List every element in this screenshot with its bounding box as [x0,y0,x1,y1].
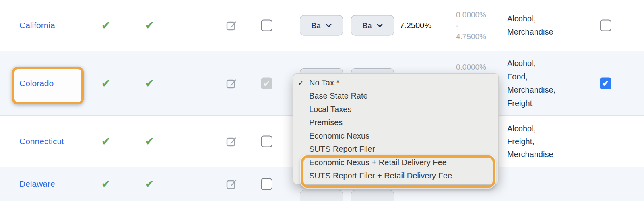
check-icon: ✔ [99,178,113,191]
tax-categories: Alcohol, Freight, Merchandise [507,122,553,161]
row-checkbox[interactable] [261,178,272,190]
category-line: Merchandise [507,148,553,161]
check-icon: ✔ [142,135,156,148]
check-icon: ✔ [99,77,113,90]
category-line: Food, [507,70,555,83]
menu-item-label: Economic Nexus [309,131,369,140]
check-icon: ✔ [99,19,113,32]
menu-item-label: Base State Rate [309,91,368,100]
menu-item-label: Premises [309,118,343,127]
row-checkbox-checked-disabled: ✔ [261,77,272,89]
table-row: California ✔ ✔ Ba Ba 7.2500% 0.0000% - 4… [0,0,644,51]
selected-check-icon: ✓ [298,76,304,89]
tax-type-select[interactable]: Ba [351,15,394,36]
category-line: Freight, [507,135,553,148]
menu-item-label: SUTS Report Filer + Retail Delivery Fee [309,171,452,180]
check-icon: ✔ [99,135,113,148]
tax-type-select[interactable]: Ba [300,15,343,36]
check-icon: ✔ [142,77,156,90]
range-dash: - [456,20,486,31]
row-checkbox[interactable] [261,135,272,147]
select-value: Ba [362,21,372,30]
select-value: Ba [311,21,320,30]
category-line: Merchandise, [507,83,555,97]
tax-rate-range: 0.0000% [456,63,486,72]
range-min: 0.0000% [456,9,486,20]
tax-type-select[interactable] [300,190,343,201]
edit-icon[interactable] [225,135,237,147]
edit-icon[interactable] [225,19,237,31]
range-max: 4.7500% [456,31,486,42]
edit-icon[interactable] [225,178,237,190]
state-link-colorado[interactable]: Colorado [19,79,54,88]
check-icon: ✔ [142,178,156,191]
category-line: Merchandise [507,25,553,39]
state-link-california[interactable]: California [19,21,55,30]
tax-categories: Alcohol, Food, Merchandise, Freight [507,57,555,110]
tax-categories: Alcohol, Merchandise [507,12,553,39]
row-checkbox[interactable] [261,20,272,31]
tax-rate-range: 0.0000% - 4.7500% [456,9,486,42]
menu-item-suts-report-filer[interactable]: SUTS Report Filer [293,143,498,156]
tax-rate-value: 7.2500% [400,21,431,30]
menu-item-local-taxes[interactable]: Local Taxes [293,103,498,116]
category-line: Alcohol, [507,12,553,25]
menu-item-suts-report-filer-rdf[interactable]: SUTS Report Filer + Retail Delivery Fee [293,169,498,182]
menu-item-economic-nexus[interactable]: Economic Nexus [293,129,498,143]
category-line: Alcohol, [507,122,553,135]
menu-item-base-state-rate[interactable]: Base State Rate [293,89,498,103]
edit-icon[interactable] [225,77,237,89]
row-select-checkbox[interactable] [600,20,611,31]
row-select-checkbox-checked[interactable]: ✔ [600,77,611,89]
menu-item-economic-nexus-rdf[interactable]: Economic Nexus + Retail Delivery Fee [293,156,498,169]
tax-settings-table: California ✔ ✔ Ba Ba 7.2500% 0.0000% - 4… [0,0,644,201]
chevron-down-icon [377,23,383,27]
check-icon: ✔ [142,19,156,32]
category-line: Alcohol, [507,57,555,70]
tax-type-select[interactable] [351,190,394,201]
menu-item-premises[interactable]: Premises [293,116,498,129]
state-link-delaware[interactable]: Delaware [19,179,55,189]
menu-item-label: No Tax * [309,78,339,87]
menu-item-label: Local Taxes [309,105,351,114]
state-link-connecticut[interactable]: Connecticut [19,137,64,146]
menu-item-label: SUTS Report Filer [309,145,375,153]
category-line: Freight [507,97,555,110]
menu-item-no-tax[interactable]: ✓ No Tax * [293,76,498,89]
chevron-down-icon [326,23,332,27]
tax-type-dropdown-menu: ✓ No Tax * Base State Rate Local Taxes P… [293,73,499,184]
menu-item-label: Economic Nexus + Retail Delivery Fee [309,158,447,167]
